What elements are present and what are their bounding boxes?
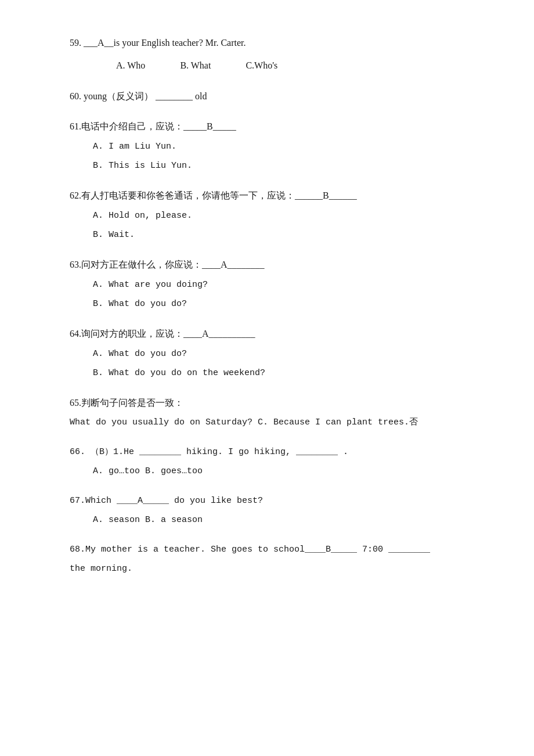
q63-text: 63.问对方正在做什么，你应说：____A________	[70, 257, 488, 273]
question-63: 63.问对方正在做什么，你应说：____A________ A. What ar…	[70, 257, 488, 312]
q59-option-b: B. What	[180, 57, 211, 74]
question-65: 65.判断句子问答是否一致： What do you usually do on…	[70, 395, 488, 431]
question-61: 61.电话中介绍自己，应说：_____B_____ A. I am Liu Yu…	[70, 118, 488, 174]
q61-content: 电话中介绍自己，应说：_____B_____	[81, 121, 236, 131]
q68-text: 68.My mother is a teacher. She goes to s…	[70, 542, 488, 557]
q61-text: 61.电话中介绍自己，应说：_____B_____	[70, 118, 488, 135]
q59-text: 59. ___A__is your English teacher? Mr. C…	[70, 35, 488, 52]
q62-number: 62.	[70, 190, 81, 200]
q62-content: 有人打电话要和你爸爸通话，你请他等一下，应说：______B______	[81, 190, 357, 200]
q59-content: ___A__is your English teacher? Mr. Carte…	[84, 38, 246, 48]
q61-option-b: B. This is Liu Yun.	[93, 158, 488, 174]
q65-extra: What do you usually do on Saturday? C. B…	[70, 415, 488, 430]
q60-text: 60. young（反义词） ________ old	[70, 88, 488, 105]
question-60: 60. young（反义词） ________ old	[70, 88, 488, 105]
q66-option-ab: A. go…too B. goes…too	[93, 463, 488, 479]
q59-option-a: A. Who	[116, 57, 145, 74]
question-62: 62.有人打电话要和你爸爸通话，你请他等一下，应说：______B______ …	[70, 188, 488, 243]
q64-text: 64.询问对方的职业，应说：____A__________	[70, 326, 488, 343]
q67-text: 67.Which ____A_____ do you like best?	[70, 493, 488, 509]
q60-content: young（反义词） ________ old	[84, 91, 207, 101]
q65-number: 65.	[70, 398, 81, 408]
q66-number: 66.	[70, 447, 91, 457]
q61-number: 61.	[70, 121, 81, 131]
q64-content: 询问对方的职业，应说：____A__________	[81, 329, 255, 339]
q64-option-b: B. What do you do on the weekend?	[93, 365, 488, 381]
q67-option-ab: A. season B. a season	[93, 512, 488, 528]
q63-content: 问对方正在做什么，你应说：____A________	[81, 260, 265, 269]
q66-content: （B）1.He ________ hiking. I go hiking, __…	[91, 447, 348, 457]
q63-option-a: A. What are you doing?	[93, 277, 488, 293]
q61-option-a: A. I am Liu Yun.	[93, 139, 488, 154]
q67-number: 67.	[70, 496, 85, 506]
q66-text: 66. （B）1.He ________ hiking. I go hiking…	[70, 444, 488, 460]
question-64: 64.询问对方的职业，应说：____A__________ A. What do…	[70, 326, 488, 381]
q59-option-c: C.Who's	[246, 57, 277, 74]
q65-content: 判断句子问答是否一致：	[81, 398, 183, 408]
question-66: 66. （B）1.He ________ hiking. I go hiking…	[70, 444, 488, 479]
q63-option-b: B. What do you do?	[93, 296, 488, 312]
q65-text: 65.判断句子问答是否一致：	[70, 395, 488, 412]
q64-option-a: A. What do you do?	[93, 346, 488, 362]
q59-number: 59.	[70, 38, 84, 48]
question-59: 59. ___A__is your English teacher? Mr. C…	[70, 35, 488, 74]
question-68: 68.My mother is a teacher. She goes to s…	[70, 542, 488, 577]
q68-number: 68.	[70, 545, 85, 555]
q60-number: 60.	[70, 91, 84, 101]
q68-content: My mother is a teacher. She goes to scho…	[85, 545, 430, 555]
q64-number: 64.	[70, 329, 81, 339]
q62-option-a: A. Hold on, please.	[93, 208, 488, 224]
question-67: 67.Which ____A_____ do you like best? A.…	[70, 493, 488, 528]
q59-options-row: A. Who B. What C.Who's	[116, 57, 488, 74]
q62-option-b: B. Wait.	[93, 227, 488, 243]
q67-content: Which ____A_____ do you like best?	[85, 496, 263, 506]
q68-extra: the morning.	[70, 561, 488, 577]
q63-number: 63.	[70, 260, 81, 269]
q62-text: 62.有人打电话要和你爸爸通话，你请他等一下，应说：______B______	[70, 188, 488, 204]
